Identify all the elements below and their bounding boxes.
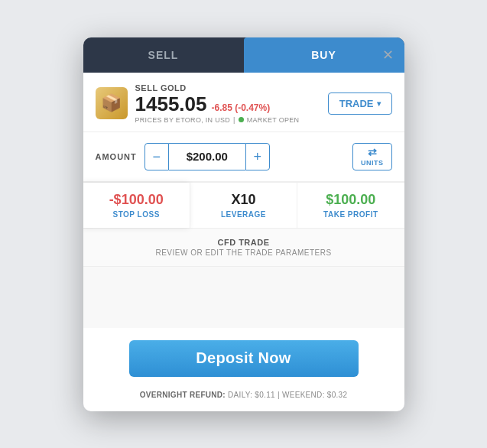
asset-info: SELL GOLD 1455.05 -6.85 (-0.47%) PRICES …: [135, 83, 300, 124]
middle-area: [83, 267, 404, 328]
asset-action-name: SELL GOLD: [135, 83, 300, 93]
cfd-info: CFD TRADE REVIEW OR EDIT THE TRADE PARAM…: [83, 229, 404, 267]
cfd-title: CFD TRADE: [96, 238, 392, 247]
trade-dropdown-button[interactable]: TRADE ▾: [328, 93, 392, 115]
tabs-header: SELL BUY ✕: [83, 37, 404, 73]
chevron-down-icon: ▾: [377, 99, 381, 108]
amount-increase-button[interactable]: +: [245, 143, 270, 170]
asset-icon: 📦: [96, 87, 128, 119]
amount-input[interactable]: [169, 143, 245, 170]
asset-price: 1455.05: [135, 93, 207, 116]
swap-icon: ⇄: [368, 146, 378, 158]
params-row: -$100.00 STOP LOSS X10 LEVERAGE $100.00 …: [83, 182, 404, 229]
stop-loss-label: STOP LOSS: [89, 210, 183, 219]
take-profit-value: $100.00: [304, 192, 398, 208]
market-open-dot: [239, 117, 244, 122]
amount-label: AMOUNT: [96, 152, 137, 161]
deposit-section: Deposit Now: [83, 328, 404, 385]
cfd-subtitle: REVIEW OR EDIT THE TRADE PARAMETERS: [96, 248, 392, 257]
asset-meta: PRICES BY ETORO, IN USD | MARKET OPEN: [135, 116, 300, 124]
trading-modal: SELL BUY ✕ 📦 SELL GOLD 1455.05 -6.85 (-0…: [83, 37, 404, 411]
take-profit-label: TAKE PROFIT: [304, 210, 398, 219]
close-button[interactable]: ✕: [382, 48, 394, 62]
asset-change: -6.85 (-0.47%): [211, 102, 270, 113]
stop-loss-value: -$100.00: [89, 192, 183, 208]
amount-controls: − +: [144, 143, 345, 170]
asset-price-row: 1455.05 -6.85 (-0.47%): [135, 93, 300, 116]
stop-loss-cell[interactable]: -$100.00 STOP LOSS: [83, 183, 190, 228]
overnight-refund: OVERNIGHT REFUND: DAILY: $0.11 | WEEKEND…: [83, 385, 404, 411]
deposit-now-button[interactable]: Deposit Now: [129, 340, 359, 377]
tab-sell[interactable]: SELL: [83, 37, 244, 73]
amount-decrease-button[interactable]: −: [144, 143, 169, 170]
asset-row: 📦 SELL GOLD 1455.05 -6.85 (-0.47%) PRICE…: [83, 73, 404, 132]
leverage-label: LEVERAGE: [196, 210, 291, 219]
amount-row: AMOUNT − + ⇄ UNITS: [83, 132, 404, 182]
take-profit-cell[interactable]: $100.00 TAKE PROFIT: [297, 183, 404, 228]
asset-left: 📦 SELL GOLD 1455.05 -6.85 (-0.47%) PRICE…: [96, 83, 300, 124]
leverage-cell[interactable]: X10 LEVERAGE: [190, 183, 297, 228]
modal-wrapper: SELL BUY ✕ 📦 SELL GOLD 1455.05 -6.85 (-0…: [83, 37, 404, 411]
units-button[interactable]: ⇄ UNITS: [352, 143, 392, 170]
tab-buy[interactable]: BUY: [244, 37, 404, 73]
leverage-value: X10: [196, 192, 291, 208]
